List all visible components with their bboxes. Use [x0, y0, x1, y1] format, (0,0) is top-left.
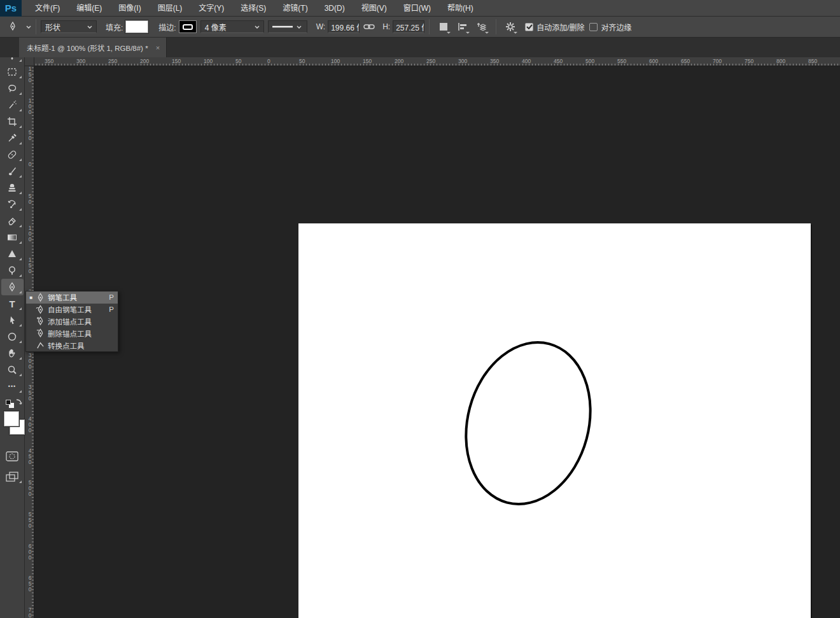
path-arrangement-button[interactable]	[474, 19, 489, 34]
menu-窗口[interactable]: 窗口(W)	[395, 0, 439, 17]
foreground-color-swatch[interactable]	[4, 411, 19, 426]
tool-zoom[interactable]	[1, 362, 24, 378]
menu-滤镜[interactable]: 滤镜(T)	[274, 0, 316, 17]
flyout-corner-icon	[19, 374, 22, 376]
tool-dodge[interactable]	[1, 262, 24, 279]
tool-healing-brush[interactable]	[1, 146, 24, 163]
menu-视图[interactable]: 视图(V)	[353, 0, 395, 17]
ruler-tick	[271, 64, 272, 66]
canvas[interactable]	[298, 223, 811, 618]
menu-图像[interactable]: 图像(I)	[110, 0, 149, 17]
align-edges-checkbox[interactable]	[589, 23, 598, 31]
document-tab-title: 未标题-1 @ 100% (形状 1, RGB/8#) *	[27, 43, 148, 53]
ellipse-shape-path[interactable]	[442, 334, 614, 519]
tool-quick-mask[interactable]	[1, 448, 24, 465]
path-operations-button[interactable]	[436, 19, 451, 34]
ruler-tick	[32, 96, 34, 97]
ruler-tick	[309, 64, 310, 66]
ruler-tick	[701, 64, 701, 66]
ruler-tick	[61, 64, 62, 66]
menu-3D[interactable]: 3D(D)	[316, 0, 353, 17]
ruler-label: 700	[27, 607, 33, 618]
menu-选择[interactable]: 选择(S)	[232, 0, 274, 17]
tool-pen[interactable]	[1, 279, 24, 295]
shape-height-input[interactable]: 257.25 像	[393, 20, 424, 33]
flyout-item-shortcut: P	[106, 293, 114, 301]
ruler-label: 300	[458, 58, 467, 64]
menu-文件[interactable]: 文件(F)	[27, 0, 68, 17]
menu-图层[interactable]: 图层(L)	[150, 0, 191, 17]
link-dimensions-button[interactable]	[361, 19, 377, 34]
ruler-tick	[32, 468, 34, 469]
horizontal-ruler[interactable]: 3503002502001501005005010015020025030035…	[34, 57, 840, 66]
tab-close-icon[interactable]: ×	[156, 44, 160, 52]
tool-clone-stamp[interactable]	[1, 179, 24, 196]
screen-mode-icon	[6, 472, 18, 482]
tool-gradient[interactable]	[1, 229, 24, 246]
flyout-item-add-anchor[interactable]: 添加锚点工具	[26, 316, 118, 328]
tool-type[interactable]: T	[1, 295, 24, 312]
flyout-item-freeform-pen[interactable]: 自由钢笔工具P	[26, 304, 118, 316]
ruler-tick	[188, 64, 189, 66]
auto-add-delete-checkbox[interactable]	[525, 23, 533, 31]
ruler-tick	[312, 64, 313, 66]
ruler-label: 50	[299, 58, 305, 64]
ruler-tick	[357, 64, 358, 66]
chevron-down-icon[interactable]	[26, 25, 31, 29]
tool-eraser[interactable]	[1, 213, 24, 229]
document-tab[interactable]: 未标题-1 @ 100% (形状 1, RGB/8#) * ×	[19, 38, 167, 57]
flyout-item-delete-anchor[interactable]: 删除锚点工具	[26, 327, 118, 339]
tool-hand[interactable]	[1, 345, 24, 362]
ruler-tick	[198, 64, 199, 66]
ruler-tick	[258, 64, 259, 66]
tool-ellipse-shape[interactable]	[1, 328, 24, 345]
stroke-type-dropdown[interactable]	[268, 20, 307, 33]
ruler-corner[interactable]	[25, 57, 34, 66]
ruler-tick	[32, 153, 34, 154]
ruler-label: 550	[617, 58, 626, 64]
ruler-tick	[414, 64, 415, 66]
tool-blur[interactable]	[1, 246, 24, 262]
fill-color-swatch[interactable]	[125, 20, 148, 33]
ruler-label: 200	[395, 58, 403, 64]
geometry-options-button[interactable]	[503, 19, 518, 34]
ruler-tick	[319, 64, 319, 66]
swap-colors-icon[interactable]	[15, 398, 22, 406]
ruler-tick	[570, 64, 571, 66]
ruler-tick	[32, 144, 34, 144]
ruler-tick	[389, 64, 389, 66]
ruler-tick	[217, 64, 218, 66]
ruler-tick	[32, 185, 34, 186]
default-colors-control[interactable]	[1, 398, 24, 410]
tool-screen-mode[interactable]	[1, 468, 24, 485]
ruler-tick	[32, 593, 34, 593]
menu-文字[interactable]: 文字(Y)	[190, 0, 232, 17]
ruler-tick	[608, 64, 609, 66]
chevron-down-icon	[297, 25, 302, 29]
tool-eyedropper[interactable]	[1, 130, 24, 146]
tool-lasso[interactable]	[1, 80, 24, 97]
tool-rectangular-marquee[interactable]	[1, 64, 24, 80]
ruler-tick	[341, 64, 342, 66]
crop-icon	[7, 116, 17, 127]
menu-编辑[interactable]: 编辑(E)	[68, 0, 110, 17]
tool-crop[interactable]	[1, 113, 24, 130]
tool-preset-button[interactable]	[5, 19, 20, 34]
stroke-width-dropdown[interactable]: 4 像素	[200, 20, 264, 33]
tool-brush[interactable]	[1, 163, 24, 179]
shape-width-input[interactable]: 199.66 像	[328, 20, 360, 33]
mini-arrow-icon	[466, 32, 470, 34]
tool-history-brush[interactable]	[1, 196, 24, 213]
stroke-color-swatch[interactable]	[179, 20, 197, 33]
flyout-item-pen[interactable]: ■钢笔工具P	[26, 291, 118, 304]
ruler-tick	[32, 122, 34, 122]
tool-path-selection[interactable]	[1, 312, 24, 328]
path-alignment-button[interactable]	[455, 19, 470, 34]
tool-more-options[interactable]: •••	[1, 378, 24, 395]
ruler-tick	[249, 64, 249, 66]
flyout-item-convert-point[interactable]: 转换点工具	[26, 339, 118, 351]
tool-quick-selection[interactable]	[1, 97, 24, 113]
menu-帮助[interactable]: 帮助(H)	[439, 0, 482, 17]
ruler-tick	[32, 246, 34, 246]
tool-mode-dropdown[interactable]: 形状	[41, 20, 97, 33]
